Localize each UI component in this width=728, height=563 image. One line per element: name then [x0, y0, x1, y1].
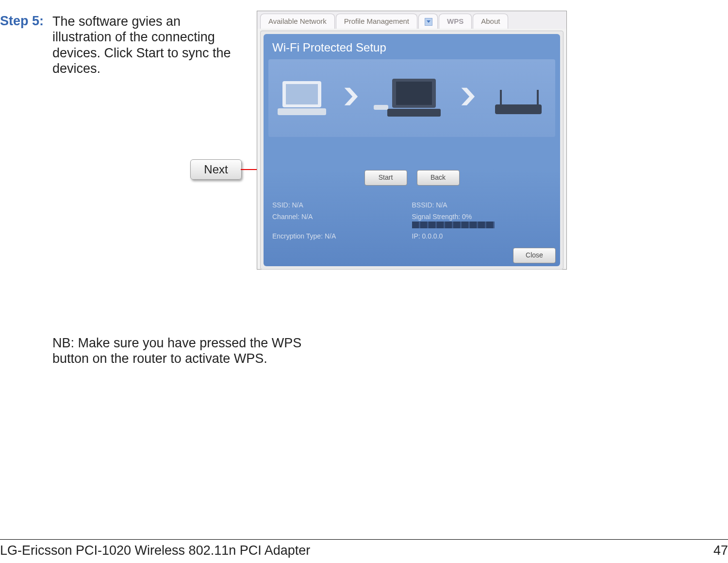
footer-product: LG-Ericsson PCI-1020 Wireless 802.11n PC…: [0, 543, 310, 558]
tab-available-network[interactable]: Available Network: [260, 14, 335, 29]
encryption-field: Encryption Type: N/A: [272, 232, 412, 240]
tab-profile-management[interactable]: Profile Management: [336, 14, 417, 29]
panel-outer: Wi-Fi Protected Setup: [260, 31, 563, 270]
wireless-utility-window: Available Network Profile Management WPS…: [257, 11, 567, 270]
back-button[interactable]: Back: [417, 170, 460, 186]
flow-arrow-icon: [460, 90, 476, 106]
router-icon: [490, 76, 548, 120]
svg-rect-9: [537, 90, 539, 105]
svg-rect-3: [374, 105, 388, 110]
callout-next: Next: [190, 159, 242, 180]
svg-rect-1: [286, 84, 318, 104]
svg-rect-7: [495, 104, 542, 114]
step-label: Step 5:: [0, 14, 49, 29]
chevron-down-icon: [425, 18, 432, 26]
svg-rect-2: [278, 108, 326, 115]
device-illustration: [268, 59, 555, 137]
close-row: Close: [513, 248, 556, 263]
tab-dropdown[interactable]: [418, 14, 438, 29]
bssid-field: BSSID: N/A: [412, 201, 552, 209]
start-button[interactable]: Start: [364, 170, 407, 186]
close-button[interactable]: Close: [513, 248, 556, 263]
signal-strength-bar-icon: [412, 222, 495, 228]
adapter-laptop-icon: [373, 74, 446, 122]
flow-arrow-icon: [343, 90, 359, 106]
step-text: The software gvies an illustration of th…: [52, 14, 243, 77]
button-row: Start Back: [264, 170, 560, 186]
step-block: Step 5: The software gvies an illustrati…: [0, 14, 243, 77]
tab-bar: Available Network Profile Management WPS…: [257, 11, 566, 29]
wps-panel: Wi-Fi Protected Setup: [264, 34, 560, 266]
footer-rule: [0, 539, 728, 540]
channel-field: Channel: N/A: [272, 213, 412, 228]
svg-rect-5: [396, 82, 432, 105]
info-grid: SSID: N/A BSSID: N/A Channel: N/A Signal…: [272, 201, 551, 240]
signal-field: Signal Strength: 0%: [412, 213, 552, 228]
ssid-field: SSID: N/A: [272, 201, 412, 209]
svg-rect-8: [500, 90, 502, 105]
step-nb: NB: Make sure you have pressed the WPS b…: [52, 335, 324, 367]
page-footer: LG-Ericsson PCI-1020 Wireless 802.11n PC…: [0, 543, 728, 558]
ip-field: IP: 0.0.0.0: [412, 232, 552, 240]
svg-rect-6: [387, 109, 441, 117]
laptop-icon: [275, 76, 329, 120]
footer-page-number: 47: [713, 543, 728, 558]
tab-wps[interactable]: WPS: [439, 14, 472, 29]
panel-title: Wi-Fi Protected Setup: [272, 41, 386, 54]
tab-about[interactable]: About: [473, 14, 508, 29]
